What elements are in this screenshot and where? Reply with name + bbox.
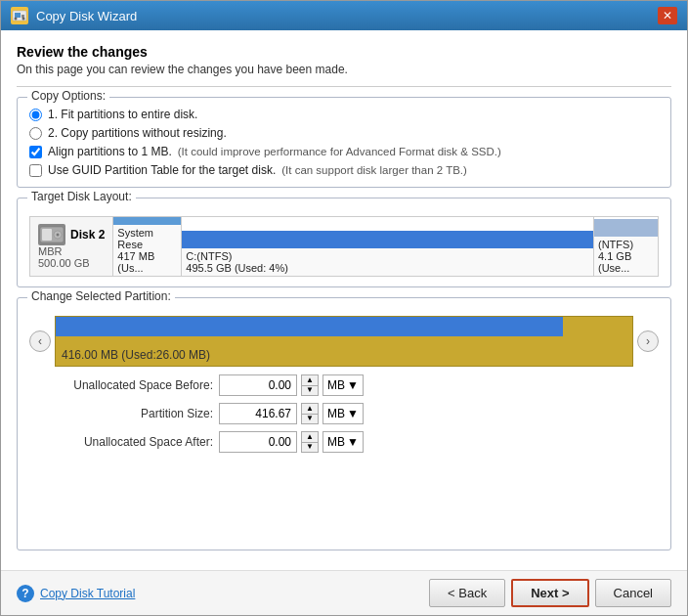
check-align-input[interactable] (29, 146, 42, 158)
radio-group: 1. Fit partitions to entire disk. 2. Cop… (29, 108, 659, 177)
spin-down-before[interactable]: ▼ (302, 386, 318, 396)
spin-up-before[interactable]: ▲ (302, 375, 318, 386)
partition-system-reserved[interactable]: System Rese 417 MB (Us... (113, 217, 182, 276)
svg-rect-6 (42, 229, 52, 241)
svg-rect-1 (15, 13, 21, 18)
main-content: Review the changes On this page you can … (1, 30, 687, 570)
disk-name-col: Disk 2 (70, 228, 105, 242)
divider (17, 86, 671, 87)
unit-select-size[interactable]: MB ▼ (322, 403, 364, 424)
check-guid-input[interactable] (29, 164, 42, 177)
disk-layout-table: Disk 2 MBR 500.00 GB System Rese 417 MB … (29, 216, 659, 277)
spin-down-size[interactable]: ▼ (302, 415, 318, 424)
footer-left: ? Copy Disk Tutorial (17, 585, 421, 602)
field-input-group-before: ▲ ▼ MB ▼ (219, 374, 364, 396)
check-align-partitions[interactable]: Align partitions to 1 MB. (It could impr… (29, 145, 659, 158)
svg-point-8 (57, 234, 60, 237)
target-disk-section: Target Disk Layout: Di (17, 198, 671, 287)
partition-visual-container: ‹ 416.00 MB (Used:26.00 MB) › (29, 316, 659, 367)
disk-icon-row: Disk 2 (38, 224, 105, 245)
disk-icon (38, 224, 65, 245)
svg-point-3 (22, 18, 25, 21)
change-partition-section: Change Selected Partition: ‹ 416.00 MB (… (17, 297, 671, 550)
cancel-button[interactable]: Cancel (595, 579, 671, 607)
app-icon (11, 7, 28, 24)
main-window: Copy Disk Wizard ✕ Review the changes On… (0, 0, 688, 616)
tutorial-link[interactable]: Copy Disk Tutorial (40, 587, 135, 600)
partition-c-ntfs[interactable]: C:(NTFS) 495.5 GB (Used: 4%) (182, 217, 594, 276)
partition-prev-button[interactable]: ‹ (29, 330, 51, 352)
unit-select-before[interactable]: MB ▼ (322, 374, 364, 396)
spin-btns-before: ▲ ▼ (301, 374, 319, 396)
field-unallocated-before: Unallocated Space Before: ▲ ▼ MB ▼ (37, 374, 651, 396)
field-input-group-after: ▲ ▼ MB ▼ (219, 431, 364, 453)
target-disk-label: Target Disk Layout: (27, 190, 136, 203)
page-heading: Review the changes (17, 44, 671, 60)
unit-select-after[interactable]: MB ▼ (322, 431, 364, 453)
radio-no-resize[interactable]: 2. Copy partitions without resizing. (29, 126, 659, 140)
disk-partitions: System Rese 417 MB (Us... C:(NTFS) 495.5… (113, 217, 658, 276)
window-title: Copy Disk Wizard (36, 9, 650, 23)
next-button[interactable]: Next > (511, 579, 588, 607)
page-subheading: On this page you can review the changes … (17, 63, 671, 76)
fields-section: Unallocated Space Before: ▲ ▼ MB ▼ (29, 374, 659, 453)
spin-up-size[interactable]: ▲ (302, 404, 318, 415)
help-icon[interactable]: ? (17, 585, 34, 602)
partition-next-button[interactable]: › (637, 330, 659, 352)
unallocated-before-input[interactable] (219, 374, 297, 396)
field-input-group-size: ▲ ▼ MB ▼ (219, 403, 364, 424)
copy-options-section: Copy Options: 1. Fit partitions to entir… (17, 97, 671, 188)
titlebar: Copy Disk Wizard ✕ (1, 1, 687, 30)
field-unallocated-after: Unallocated Space After: ▲ ▼ MB ▼ (37, 431, 651, 453)
back-button[interactable]: < Back (429, 579, 505, 607)
partition-bar-fill (56, 317, 563, 336)
partition-ntfs-small[interactable]: (NTFS) 4.1 GB (Use... (594, 217, 658, 276)
partition-bar-label: 416.00 MB (Used:26.00 MB) (62, 348, 210, 362)
unallocated-after-input[interactable] (219, 431, 297, 453)
copy-options-label: Copy Options: (27, 89, 109, 103)
footer-buttons: < Back Next > Cancel (429, 579, 671, 607)
close-button[interactable]: ✕ (658, 7, 677, 24)
partition-bar-visual: 416.00 MB (Used:26.00 MB) (55, 316, 633, 367)
spin-up-after[interactable]: ▲ (302, 432, 318, 443)
radio-fit-input[interactable] (29, 109, 42, 121)
radio-noresize-input[interactable] (29, 127, 42, 140)
check-guid-table[interactable]: Use GUID Partition Table for the target … (29, 163, 659, 177)
radio-fit-partitions[interactable]: 1. Fit partitions to entire disk. (29, 108, 659, 121)
spin-btns-after: ▲ ▼ (301, 431, 319, 453)
svg-rect-2 (22, 15, 24, 18)
svg-point-4 (15, 18, 18, 21)
disk-info-col: Disk 2 MBR 500.00 GB (30, 217, 113, 276)
partition-size-input[interactable] (219, 403, 297, 424)
field-partition-size: Partition Size: ▲ ▼ MB ▼ (37, 403, 651, 424)
footer: ? Copy Disk Tutorial < Back Next > Cance… (1, 570, 687, 615)
spin-btns-size: ▲ ▼ (301, 403, 319, 424)
spin-down-after[interactable]: ▼ (302, 443, 318, 453)
change-partition-label: Change Selected Partition: (27, 289, 175, 303)
